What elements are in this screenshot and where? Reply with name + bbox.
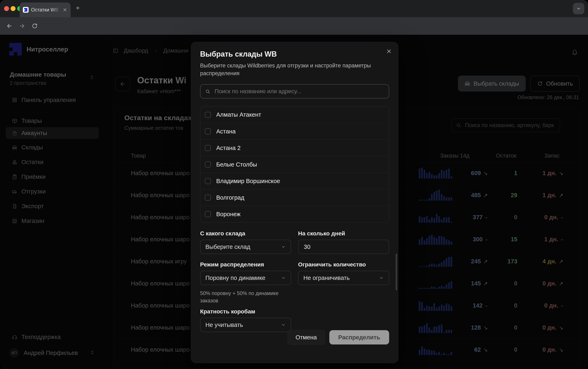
warehouse-option[interactable]: Воронеж bbox=[200, 206, 389, 222]
distribute-button[interactable]: Распределить bbox=[329, 330, 389, 345]
warehouse-option[interactable]: Владимир Воршинское bbox=[200, 173, 389, 189]
warehouse-option[interactable]: Астана 2 bbox=[200, 140, 389, 156]
chevron-down-icon bbox=[281, 322, 286, 327]
box-multiple-select[interactable]: Не учитывать bbox=[200, 318, 291, 332]
warehouse-search-input[interactable] bbox=[200, 84, 389, 99]
checkbox[interactable] bbox=[205, 195, 211, 201]
site-favicon-icon bbox=[23, 7, 29, 13]
box-multiple-label: Кратность коробам bbox=[200, 308, 291, 315]
from-warehouse-label: С какого склада bbox=[200, 230, 291, 237]
warehouse-option[interactable]: Волгоград bbox=[200, 189, 389, 206]
modal-title: Выбрать склады WB bbox=[200, 50, 389, 58]
checkbox[interactable] bbox=[205, 145, 211, 151]
days-input[interactable] bbox=[298, 240, 389, 254]
chevron-down-icon bbox=[576, 6, 581, 11]
limit-label: Ограничить количество bbox=[298, 261, 389, 268]
checkbox[interactable] bbox=[205, 112, 211, 118]
minimize-window-button[interactable] bbox=[11, 6, 16, 11]
limit-select[interactable]: Не ограничивать bbox=[298, 271, 389, 285]
select-warehouses-modal: Выбрать склады WB Выберите склады Wildbe… bbox=[191, 42, 398, 363]
modal-scrollbar[interactable] bbox=[396, 254, 397, 290]
back-button[interactable] bbox=[6, 23, 13, 29]
warehouse-option[interactable]: Алматы Атакент bbox=[200, 106, 389, 123]
browser-tab[interactable]: Остатки WB — Hom****** - N bbox=[20, 2, 71, 17]
checkbox[interactable] bbox=[205, 211, 211, 217]
days-label: На сколько дней bbox=[298, 230, 389, 237]
new-tab-button[interactable] bbox=[75, 5, 80, 11]
browser-window: Остатки WB — Hom****** - N Incognito bbox=[0, 0, 588, 369]
tab-close-icon[interactable] bbox=[62, 7, 67, 12]
checkbox[interactable] bbox=[205, 178, 211, 184]
mode-select[interactable]: Поровну по динамике bbox=[200, 271, 291, 285]
checkbox[interactable] bbox=[205, 161, 211, 168]
forward-button[interactable] bbox=[19, 23, 25, 29]
checkbox[interactable] bbox=[205, 128, 211, 134]
mode-label: Режим распределения bbox=[200, 261, 291, 268]
chevron-down-icon bbox=[379, 276, 384, 280]
search-icon bbox=[205, 89, 210, 94]
tab-title: Остатки WB — Hom****** - N bbox=[31, 7, 60, 13]
warehouse-list: Алматы АтакентАстанаАстана 2Белые Столбы… bbox=[200, 106, 389, 223]
browser-toolbar: Incognito bbox=[0, 17, 588, 35]
warehouse-option[interactable]: Астана bbox=[200, 123, 389, 140]
reload-button[interactable] bbox=[31, 23, 38, 29]
chevron-down-icon bbox=[281, 276, 286, 280]
from-warehouse-select[interactable]: Выберите склад bbox=[200, 240, 291, 254]
modal-subtitle: Выберите склады Wildberries для отгрузки… bbox=[200, 62, 380, 77]
tab-strip: Остатки WB — Hom****** - N bbox=[0, 0, 588, 17]
mode-help-text: 50% поровну + 50% по динамике заказов bbox=[200, 289, 290, 304]
cancel-button[interactable]: Отмена bbox=[288, 330, 325, 345]
chevron-down-icon bbox=[281, 244, 286, 249]
close-icon[interactable] bbox=[386, 48, 392, 55]
close-window-button[interactable] bbox=[4, 6, 9, 11]
tab-search-button[interactable] bbox=[573, 3, 584, 14]
warehouse-option[interactable]: Белые Столбы bbox=[200, 156, 389, 173]
